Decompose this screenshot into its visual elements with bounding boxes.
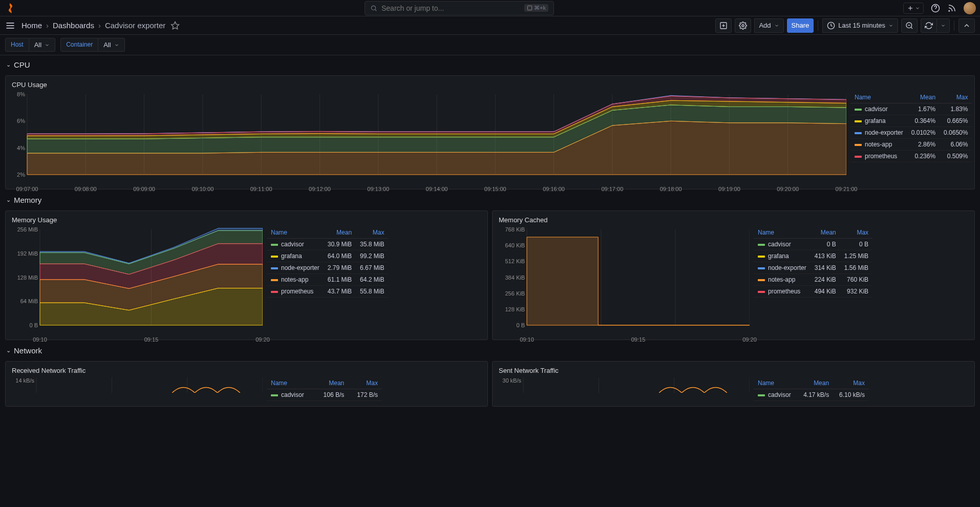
legend-row[interactable]: cadvisor0 B0 B [754,239,872,250]
svg-line-1 [375,9,376,11]
user-avatar[interactable] [964,2,976,14]
search-box[interactable]: ⌘+k [365,1,554,15]
menu-toggle-icon[interactable] [5,20,15,31]
chevron-down-icon: ⌄ [6,347,11,354]
section-memory[interactable]: ⌄Memory [5,193,975,207]
search-icon [370,5,377,12]
legend-row[interactable]: notes-app224 KiB760 KiB [754,274,872,286]
help-icon[interactable] [931,4,940,13]
net-sent-plot[interactable]: 30 kB/s [499,377,750,393]
legend-row[interactable]: node-exporter314 KiB1.56 MiB [754,262,872,274]
panel-title: Memory Usage [6,211,487,227]
panel-title: Sent Network Traffic [493,362,974,377]
svg-marker-11 [172,22,179,29]
add-button[interactable]: Add [754,18,783,33]
refresh-interval-button[interactable] [936,18,950,33]
legend-row[interactable]: node-exporter2.79 MiB6.67 MiB [267,262,388,274]
memory-usage-legend: NameMeanMaxcadvisor30.9 MiB35.8 MiBgrafa… [267,227,382,334]
time-range-picker[interactable]: Last 15 minutes [822,18,898,33]
legend-row[interactable]: node-exporter0.0102%0.0650% [850,127,972,139]
legend-header[interactable]: Max [833,377,869,389]
section-network[interactable]: ⌄Network [5,343,975,358]
legend-header[interactable]: Max [840,227,872,239]
legend-row[interactable]: cadvisor1.67%1.83% [850,103,972,115]
legend-row[interactable]: cadvisor106 B/s172 B/s [267,389,382,401]
legend-row[interactable]: cadvisor30.9 MiB35.8 MiB [267,239,388,250]
breadcrumb: Home › Dashboards › Cadvisor exporter [22,21,165,30]
chevron-down-icon: ⌄ [6,61,11,68]
chevron-right-icon: › [46,21,49,30]
memory-cached-plot[interactable]: 0 B128 KiB256 KiB384 KiB512 KiB640 KiB76… [499,227,750,334]
legend-header[interactable]: Name [267,227,324,239]
search-input[interactable] [381,4,520,12]
grafana-logo-icon[interactable] [4,2,16,14]
cpu-plot[interactable]: 2%4%6%8%09:07:0009:08:0009:09:0009:10:00… [12,92,846,184]
panel-title: Memory Cached [493,211,974,227]
top-bar: ⌘+k [0,0,980,16]
svg-line-18 [911,27,912,29]
legend-header[interactable]: Mean [797,377,833,389]
svg-rect-2 [527,6,531,10]
legend-header[interactable]: Name [754,377,797,389]
legend-row[interactable]: notes-app61.1 MiB64.2 MiB [267,274,388,286]
net-recv-legend: NameMeanMaxcadvisor106 B/s172 B/s [267,377,382,401]
legend-row[interactable]: grafana0.364%0.665% [850,115,972,127]
collapse-button[interactable] [958,18,975,33]
news-icon[interactable] [947,4,956,13]
chevron-down-icon: ⌄ [6,197,11,203]
legend-header[interactable]: Mean [324,227,356,239]
crumb-home[interactable]: Home [22,21,42,30]
crumb-current: Cadvisor exporter [105,21,165,30]
add-menu[interactable] [903,3,924,14]
panel-cpu-usage: CPU Usage 2%4%6%8%09:07:0009:08:0009:09:… [5,75,975,189]
var-container-label: Container [60,38,98,52]
memory-usage-plot[interactable]: 0 B64 MiB128 MiB192 MiB256 MiB09:1009:15… [12,227,263,334]
legend-row[interactable]: grafana413 KiB1.25 MiB [754,250,872,262]
legend-row[interactable]: notes-app2.86%6.06% [850,139,972,151]
search-shortcut: ⌘+k [524,4,548,12]
add-panel-button[interactable] [715,18,732,33]
section-cpu[interactable]: ⌄CPU [5,57,975,72]
panel-memory-usage: Memory Usage 0 B64 MiB128 MiB192 MiB256 … [5,210,488,340]
legend-header[interactable]: Max [356,227,388,239]
panel-net-recv: Received Network Traffic 14 kB/s NameMea… [5,361,488,407]
panel-title: Received Network Traffic [6,362,487,377]
var-container-select[interactable]: All [98,38,124,52]
net-sent-legend: NameMeanMaxcadvisor4.17 kB/s6.10 kB/s [754,377,869,401]
svg-point-15 [742,25,744,27]
share-button[interactable]: Share [787,18,814,33]
legend-header[interactable]: Mean [315,377,349,389]
memory-cached-legend: NameMeanMaxcadvisor0 B0 Bgrafana413 KiB1… [754,227,869,334]
legend-header[interactable]: Max [940,92,972,103]
crumb-dashboards[interactable]: Dashboards [53,21,94,30]
legend-header[interactable]: Name [754,227,811,239]
settings-button[interactable] [735,18,751,33]
svg-point-0 [371,6,375,10]
chevron-right-icon: › [98,21,101,30]
svg-point-7 [949,10,950,11]
dashboard-toolbar: Home › Dashboards › Cadvisor exporter Ad… [0,16,980,35]
legend-row[interactable]: prometheus43.7 MiB55.8 MiB [267,286,388,298]
refresh-button[interactable] [921,18,936,33]
legend-row[interactable]: prometheus494 KiB932 KiB [754,286,872,298]
legend-row[interactable]: grafana64.0 MiB99.2 MiB [267,250,388,262]
var-host-select[interactable]: All [29,38,55,52]
legend-header[interactable]: Max [348,377,382,389]
legend-header[interactable]: Mean [811,227,840,239]
net-recv-plot[interactable]: 14 kB/s [12,377,263,393]
panel-title: CPU Usage [6,76,974,92]
panel-net-sent: Sent Network Traffic 30 kB/s NameMeanMax… [492,361,975,407]
legend-header[interactable]: Name [267,377,315,389]
legend-row[interactable]: cadvisor4.17 kB/s6.10 kB/s [754,389,869,401]
variable-row: Host All Container All [0,35,980,55]
cpu-legend: NameMeanMaxcadvisor1.67%1.83%grafana0.36… [850,92,968,184]
star-icon[interactable] [171,21,180,30]
var-host-label: Host [5,38,29,52]
panel-memory-cached: Memory Cached 0 B128 KiB256 KiB384 KiB51… [492,210,975,340]
legend-header[interactable]: Name [850,92,907,103]
zoom-out-button[interactable] [901,18,918,33]
legend-row[interactable]: prometheus0.236%0.509% [850,151,972,162]
legend-header[interactable]: Mean [907,92,940,103]
